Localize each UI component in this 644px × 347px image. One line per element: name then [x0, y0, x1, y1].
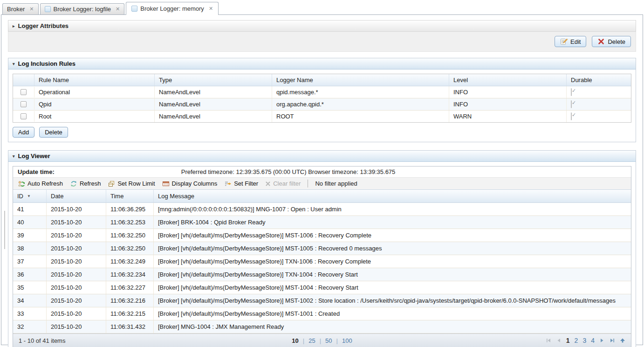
- separator: |: [320, 337, 321, 344]
- log-row[interactable]: 41 2015-10-20 11:06:36.295 [mng:admin(/0…: [13, 203, 631, 216]
- rule-level-cell: WARN: [449, 111, 567, 122]
- auto-refresh-button[interactable]: Auto Refresh: [18, 180, 63, 187]
- edit-icon: [560, 38, 568, 45]
- update-time-row: Update time: Preferred timezone: 12:39:3…: [13, 167, 631, 177]
- log-date-cell: 2015-10-20: [47, 229, 106, 242]
- log-viewer-title: Log Viewer: [18, 153, 50, 160]
- log-id-cell: 33: [13, 307, 47, 320]
- log-message-cell: [Broker] [vh(/default)/ms(DerbyMessageSt…: [154, 281, 631, 294]
- delete-rule-label: Delete: [45, 129, 62, 136]
- column-header-type: Type: [155, 74, 272, 86]
- delete-button[interactable]: Delete: [592, 36, 631, 47]
- delete-rule-button[interactable]: Delete: [39, 127, 68, 138]
- pager-page-1: 1: [566, 337, 570, 344]
- close-icon[interactable]: ✕: [209, 6, 213, 12]
- log-row[interactable]: 40 2015-10-20 11:06:32.253 [Broker] BRK-…: [13, 216, 631, 229]
- rule-logger-cell: org.apache.qpid.*: [272, 98, 449, 110]
- page-size-50[interactable]: 50: [325, 337, 332, 344]
- log-date-cell: 2015-10-20: [47, 320, 106, 333]
- log-date-cell: 2015-10-20: [47, 203, 106, 215]
- log-row[interactable]: 37 2015-10-20 11:06:32.249 [Broker] [vh(…: [13, 255, 631, 268]
- rule-name-cell: Qpid: [34, 98, 155, 110]
- log-date-cell: 2015-10-20: [47, 255, 106, 268]
- log-inclusion-rules-header[interactable]: ▾ Log Inclusion Rules: [8, 58, 636, 69]
- column-header-logger-name: Logger Name: [272, 74, 449, 86]
- rule-type-cell: NameAndLevel: [155, 98, 272, 110]
- page-size-25[interactable]: 25: [308, 337, 315, 344]
- column-header-rule-name: Rule Name: [34, 74, 155, 86]
- log-row[interactable]: 34 2015-10-20 11:06:32.216 [Broker] [vh(…: [13, 294, 631, 307]
- set-row-limit-label: Set Row Limit: [117, 180, 155, 187]
- log-date-cell: 2015-10-20: [47, 242, 106, 255]
- tab-broker-logger-memory[interactable]: Broker Logger: memory ✕: [126, 2, 219, 15]
- edit-button[interactable]: Edit: [555, 36, 586, 47]
- chevron-right-icon: ▸: [13, 24, 15, 28]
- tab-broker-logger-logfile[interactable]: Broker Logger: logfile ✕: [40, 3, 125, 14]
- durable-checkbox: [571, 112, 572, 120]
- refresh-label: Refresh: [80, 180, 101, 187]
- column-header-time[interactable]: Time: [106, 190, 154, 202]
- set-filter-button[interactable]: Set Filter: [224, 180, 258, 187]
- log-row[interactable]: 35 2015-10-20 11:06:32.227 [Broker] [vh(…: [13, 281, 631, 294]
- close-icon[interactable]: ✕: [116, 6, 120, 12]
- log-message-cell: [Broker] [vh(/default)/ms(DerbyMessageSt…: [154, 307, 631, 320]
- log-id-cell: 36: [13, 268, 47, 281]
- pager-page-3[interactable]: 3: [582, 337, 586, 344]
- delete-button-label: Delete: [608, 38, 625, 45]
- log-date-cell: 2015-10-20: [47, 294, 106, 307]
- rules-table-header: Rule Name Type Logger Name Level Durable: [13, 74, 631, 86]
- set-row-limit-button[interactable]: Set Row Limit: [108, 180, 155, 187]
- log-id-cell: 32: [13, 320, 47, 333]
- logger-attributes-header[interactable]: ▸ Logger Attributes: [8, 20, 636, 32]
- page-scrollbar-thumb[interactable]: [4, 211, 5, 249]
- close-icon[interactable]: ✕: [29, 6, 34, 12]
- rule-row-operational[interactable]: Operational NameAndLevel qpid.message.* …: [13, 86, 631, 98]
- rule-row-root[interactable]: Root NameAndLevel ROOT WARN: [13, 111, 631, 122]
- tab-bar: Broker ✕ Broker Logger: logfile ✕ Broker…: [0, 0, 644, 14]
- rule-row-qpid[interactable]: Qpid NameAndLevel org.apache.qpid.* INFO: [13, 98, 631, 111]
- log-row[interactable]: 39 2015-10-20 11:06:32.250 [Broker] [vh(…: [13, 229, 631, 242]
- log-id-cell: 34: [13, 294, 47, 307]
- log-time-cell: 11:06:32.234: [106, 268, 154, 281]
- log-time-cell: 11:06:36.295: [106, 203, 154, 215]
- log-id-cell: 40: [13, 216, 47, 229]
- grid-footer: 1 - 10 of 41 items 10 | 25 | 50 | 100: [13, 333, 631, 347]
- durable-checkbox: [571, 88, 572, 96]
- row-checkbox[interactable]: [21, 101, 27, 107]
- log-row[interactable]: 36 2015-10-20 11:06:32.234 [Broker] [vh(…: [13, 268, 631, 281]
- log-time-cell: 11:06:32.253: [106, 216, 154, 229]
- pager-page-4[interactable]: 4: [591, 337, 595, 344]
- logger-tab-icon: [131, 6, 137, 12]
- log-row[interactable]: 38 2015-10-20 11:06:32.250 [Broker] [vh(…: [13, 242, 631, 255]
- pager-last-icon[interactable]: [610, 338, 615, 343]
- log-viewer-header[interactable]: ▾ Log Viewer: [8, 151, 636, 162]
- display-columns-label: Display Columns: [172, 180, 218, 187]
- display-columns-button[interactable]: Display Columns: [162, 180, 218, 187]
- page-size-10: 10: [292, 337, 298, 344]
- log-message-cell: [Broker] BRK-1004 : Qpid Broker Ready: [154, 216, 631, 229]
- column-header-log-message[interactable]: Log Message: [154, 190, 631, 202]
- column-header-id[interactable]: ID ▼: [13, 190, 47, 202]
- row-checkbox[interactable]: [21, 89, 27, 95]
- add-rule-button[interactable]: Add: [13, 127, 34, 138]
- log-row[interactable]: 32 2015-10-20 11:06:31.432 [Broker] MNG-…: [13, 320, 631, 333]
- page-size-100[interactable]: 100: [342, 337, 352, 344]
- pager-first-icon: [546, 338, 551, 343]
- refresh-icon: [70, 180, 77, 187]
- column-header-date[interactable]: Date: [47, 190, 106, 202]
- clear-filter-x-icon: [265, 181, 271, 187]
- pager-page-2[interactable]: 2: [575, 337, 578, 344]
- chevron-down-icon: ▾: [13, 62, 15, 66]
- scroll-to-top-icon[interactable]: [620, 338, 625, 343]
- row-checkbox[interactable]: [21, 113, 27, 119]
- log-row[interactable]: 33 2015-10-20 11:06:32.215 [Broker] [vh(…: [13, 307, 631, 320]
- log-date-cell: 2015-10-20: [47, 216, 106, 229]
- refresh-button[interactable]: Refresh: [70, 180, 101, 187]
- tab-broker[interactable]: Broker ✕: [2, 3, 39, 14]
- logger-tab-icon: [45, 6, 51, 12]
- pager-next-icon[interactable]: [599, 338, 605, 343]
- select-all-column: [13, 74, 34, 86]
- log-message-cell: [Broker] [vh(/default)/ms(DerbyMessageSt…: [154, 268, 631, 281]
- clear-filter-button: Clear filter: [265, 180, 301, 187]
- delete-x-icon: [597, 38, 605, 45]
